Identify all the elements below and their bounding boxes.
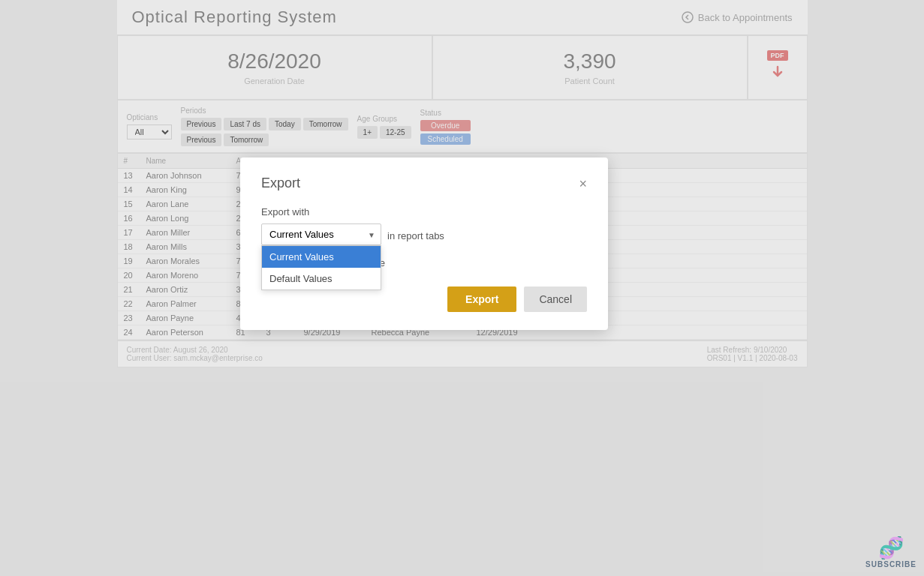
- export-with-select[interactable]: Current Values Default Values: [261, 224, 381, 245]
- modal-header: Export ×: [261, 176, 587, 191]
- export-dropdown-list: Current Values Default Values: [261, 245, 381, 290]
- dropdown-item-default[interactable]: Default Values: [262, 268, 381, 290]
- modal-actions: Export Cancel: [261, 286, 587, 312]
- export-button[interactable]: Export: [447, 286, 516, 312]
- export-dropdown-wrapper: Current Values Default Values ▼ Current …: [261, 224, 381, 245]
- include-tabs-text: in report tabs: [387, 226, 444, 246]
- dropdown-item-current[interactable]: Current Values: [262, 246, 381, 268]
- export-dialog: Export × Export with Current Values Defa…: [240, 158, 608, 330]
- export-with-label: Export with: [261, 206, 587, 218]
- modal-close-button[interactable]: ×: [579, 177, 587, 190]
- cancel-button[interactable]: Cancel: [524, 286, 587, 312]
- modal-title: Export: [261, 176, 300, 191]
